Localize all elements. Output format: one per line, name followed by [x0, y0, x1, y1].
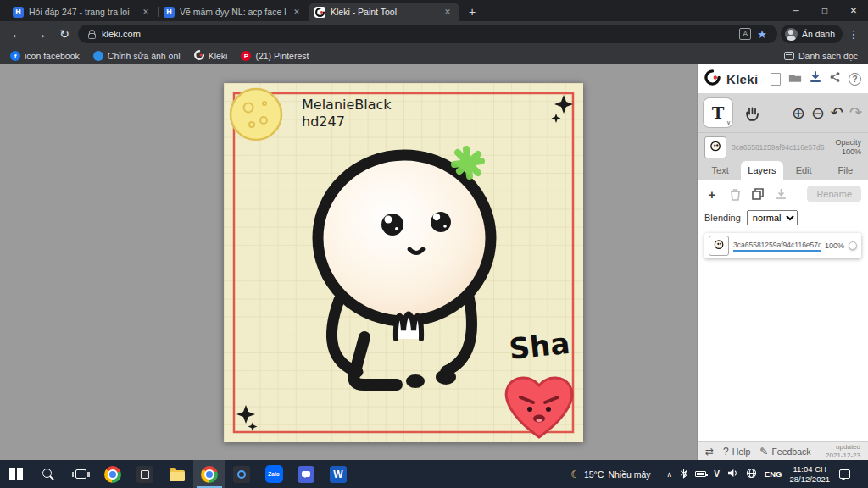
clock-time: 11:04 CH — [793, 464, 826, 474]
speaker-icon[interactable] — [727, 469, 738, 480]
import-icon[interactable] — [788, 71, 802, 86]
hand-tool-button[interactable] — [737, 98, 766, 127]
translate-icon[interactable]: A — [739, 28, 751, 40]
search-button[interactable] — [32, 460, 64, 488]
hidden-icons-button[interactable]: ∧ — [667, 470, 673, 479]
tab-hoidap[interactable]: H Hỏi đáp 247 - trang tra loi ✕ — [7, 3, 158, 21]
reading-list-label: Danh sách đọc — [798, 51, 858, 61]
layer-list-item[interactable]: 3ca65581259af94c116e57d6 100% — [704, 233, 861, 258]
swap-icon[interactable]: ⇄ — [705, 446, 714, 458]
text-tool-icon: T — [712, 102, 725, 124]
task-view-icon — [75, 469, 86, 479]
bluetooth-icon[interactable] — [680, 468, 687, 480]
delete-layer-icon[interactable] — [727, 186, 743, 202]
tab-close-icon[interactable]: ✕ — [291, 6, 303, 18]
unikey-icon[interactable]: V — [714, 469, 720, 479]
layer-thumbnail[interactable] — [704, 136, 726, 158]
zoom-in-icon[interactable]: ⊕ — [792, 103, 805, 123]
profile-chip[interactable]: Ẩn danh — [781, 25, 843, 43]
undo-icon[interactable]: ↶ — [831, 103, 843, 122]
new-tab-button[interactable]: + — [463, 3, 481, 21]
tab-file[interactable]: File — [825, 161, 866, 180]
start-button[interactable] — [0, 460, 32, 488]
opacity-readout: Opacity 100% — [835, 138, 861, 157]
kleki-workspace: MelanieBlack hd247 — [0, 64, 697, 460]
taskbar-chrome[interactable] — [97, 460, 129, 488]
address-bar[interactable]: kleki.com A ★ — [78, 25, 777, 43]
add-layer-icon[interactable]: + — [704, 186, 720, 202]
task-view-button[interactable] — [64, 460, 97, 488]
text-tool-button[interactable]: T ∨ — [704, 98, 732, 127]
active-layer-info: 3ca65581259af94c116e57d6 Opacity 100% — [698, 132, 868, 161]
network-icon[interactable] — [746, 468, 757, 480]
rename-button[interactable]: Rename — [807, 186, 861, 202]
back-button[interactable]: ← — [7, 24, 27, 44]
tab-kleki[interactable]: Kleki - Paint Tool ✕ — [309, 3, 459, 21]
layer-name-field[interactable]: 3ca65581259af94c116e57d6 — [733, 241, 821, 252]
signature-line2: hd247 — [302, 114, 345, 130]
taskbar-word[interactable]: W — [322, 460, 354, 488]
maximize-button[interactable]: □ — [810, 0, 839, 21]
bookmark-label: icon facebook — [25, 51, 80, 61]
tab-ve-mam[interactable]: H Vẽ mầm đyy NL: acp face khum : ✕ — [158, 3, 309, 21]
browser-tab-strip: H Hỏi đáp 247 - trang tra loi ✕ H Vẽ mầm… — [0, 0, 868, 21]
weather-temp: 15°C — [584, 469, 604, 480]
duplicate-layer-icon[interactable] — [750, 186, 765, 202]
tab-title: Hỏi đáp 247 - trang tra loi — [29, 7, 135, 17]
signature-line1: MelanieBlack — [302, 97, 392, 113]
moon-doodle — [231, 89, 281, 140]
updated-date: 2021-12-23 — [826, 452, 860, 459]
notification-icon[interactable] — [839, 469, 850, 479]
weather-widget[interactable]: ☾ 15°C Nhiều mây — [562, 469, 659, 480]
share-icon[interactable] — [829, 71, 841, 86]
help-link[interactable]: ? Help — [723, 446, 750, 458]
zoom-out-icon[interactable]: ⊖ — [811, 103, 825, 123]
camera-app-icon — [233, 466, 250, 483]
url-text[interactable]: kleki.com — [102, 29, 733, 39]
windows-logo-icon — [9, 468, 23, 481]
tab-text[interactable]: Text — [699, 161, 741, 180]
bookmark-facebook[interactable]: f icon facebook — [10, 51, 80, 61]
minimize-button[interactable]: ─ — [782, 0, 810, 21]
tab-layers[interactable]: Layers — [741, 161, 782, 180]
bookmark-kleki[interactable]: Kleki — [194, 50, 228, 62]
language-indicator[interactable]: ENG — [765, 469, 782, 479]
layer-opacity-value: 100% — [825, 241, 844, 250]
taskbar-file-explorer[interactable] — [161, 460, 193, 488]
close-button[interactable]: ✕ — [839, 0, 868, 21]
bookmark-star-icon[interactable]: ★ — [757, 28, 767, 41]
feedback-link[interactable]: ✎ Feedback — [760, 446, 810, 458]
merge-down-icon[interactable] — [773, 186, 788, 202]
tab-title: Vẽ mầm đyy NL: acp face khum : — [180, 7, 286, 17]
chrome-icon — [201, 466, 218, 483]
redo-icon[interactable]: ↷ — [849, 103, 862, 122]
tab-close-icon[interactable]: ✕ — [140, 6, 152, 18]
forward-button[interactable]: → — [31, 24, 51, 44]
taskbar-zalo[interactable]: Zalo — [258, 460, 290, 488]
help-icon[interactable]: ? — [849, 73, 861, 86]
new-image-icon[interactable] — [771, 73, 781, 86]
tab-edit[interactable]: Edit — [783, 161, 825, 180]
kleki-tool-row: T ∨ ⊕ ⊖ ↶ ↷ — [698, 93, 868, 132]
refresh-button[interactable]: ↻ — [54, 24, 75, 44]
reading-list-icon — [784, 52, 794, 60]
taskbar-photos[interactable] — [129, 460, 161, 488]
bookmark-pinterest[interactable]: P (21) Pinterest — [241, 51, 309, 61]
kleki-brand: Kleki — [726, 72, 758, 86]
taskbar-chat-app[interactable] — [290, 460, 322, 488]
layer-thumbnail — [709, 236, 729, 256]
opacity-slider-knob[interactable] — [849, 241, 857, 250]
tab-close-icon[interactable]: ✕ — [442, 6, 453, 18]
battery-icon[interactable] — [695, 471, 706, 477]
drawing-canvas[interactable]: MelanieBlack hd247 — [224, 83, 583, 442]
browser-menu-icon[interactable]: ⋮ — [846, 28, 861, 41]
moon-weather-icon: ☾ — [570, 469, 580, 480]
blending-select[interactable]: normal — [747, 210, 798, 225]
taskbar-clock[interactable]: 11:04 CH 28/12/2021 — [789, 464, 830, 485]
taskbar-camera-app[interactable] — [225, 460, 258, 488]
reading-list-button[interactable]: Danh sách đọc — [784, 51, 858, 61]
save-download-icon[interactable] — [810, 71, 821, 87]
bookmark-photo-editor[interactable]: Chỉnh sửa ảnh onl — [93, 51, 181, 61]
taskbar-chrome-active[interactable] — [193, 460, 225, 488]
layers-panel: + Rename Blending normal — [698, 180, 868, 441]
